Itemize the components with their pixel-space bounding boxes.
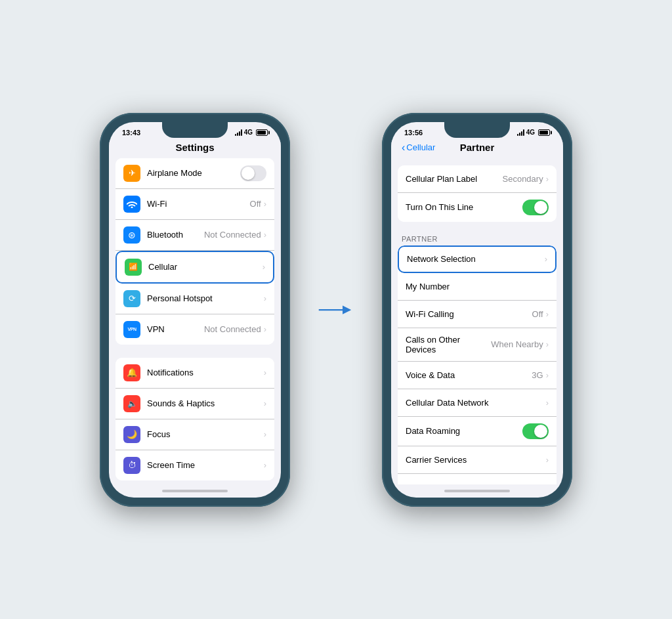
data-roaming-toggle[interactable] (522, 423, 549, 439)
row-data-roaming[interactable]: Data Roaming (398, 417, 556, 446)
plan-label-chevron: › (546, 174, 549, 184)
network-type-1: 4G (244, 129, 253, 136)
section-connectivity: ✈ Airplane Mode Wi-Fi Off › (109, 158, 281, 345)
home-indicator-1 (109, 484, 281, 498)
phone-1-screen: 13:43 4G Settings ✈ (109, 122, 281, 498)
signal-icon-1 (235, 129, 242, 136)
row-sim-pin[interactable]: SIM PIN › (398, 474, 556, 484)
cellular-label: Cellular (148, 262, 262, 272)
row-network-selection[interactable]: Network Selection › (398, 245, 556, 273)
row-plan-label[interactable]: Cellular Plan Label Secondary › (398, 165, 556, 193)
row-wifi[interactable]: Wi-Fi Off › (116, 189, 274, 220)
carrier-services-label: Carrier Services (406, 455, 546, 465)
settings-list[interactable]: ✈ Airplane Mode Wi-Fi Off › (109, 158, 281, 484)
row-airplane[interactable]: ✈ Airplane Mode (116, 158, 274, 189)
sounds-icon: 🔈 (123, 395, 140, 412)
back-button[interactable]: ‹ Cellular (402, 142, 435, 154)
signal-icon-2 (517, 129, 524, 136)
hotspot-chevron: › (264, 293, 266, 303)
focus-chevron: › (264, 429, 266, 439)
row-hotspot[interactable]: ⟳ Personal Hotspot › (116, 284, 274, 314)
airplane-toggle[interactable] (240, 165, 266, 181)
network-selection-label: Network Selection (407, 254, 545, 264)
voice-data-label: Voice & Data (406, 370, 532, 380)
bluetooth-value: Not Connected (204, 230, 261, 240)
group-partner: Network Selection › My Number Wi-Fi Call… (398, 245, 556, 484)
turn-on-line-toggle[interactable] (522, 200, 549, 215)
cellular-data-network-label: Cellular Data Network (406, 398, 546, 408)
screentime-label: Screen Time (147, 460, 264, 470)
page-title-1: Settings (119, 142, 270, 153)
wifi-calling-chevron: › (546, 309, 549, 319)
bluetooth-icon: ⊛ (123, 226, 140, 244)
row-bluetooth[interactable]: ⊛ Bluetooth Not Connected › (116, 220, 274, 251)
row-cellular[interactable]: 📶 Cellular › (116, 251, 274, 284)
notch-1 (162, 122, 228, 138)
group-top-info: Cellular Plan Label Secondary › Turn On … (398, 165, 556, 222)
plan-label-label: Cellular Plan Label (406, 174, 503, 184)
section-partner: PARTNER Network Selection › My Number Wi… (391, 235, 563, 484)
vpn-chevron: › (264, 324, 266, 334)
row-focus[interactable]: 🌙 Focus › (116, 419, 274, 450)
notifications-label: Notifications (147, 368, 264, 377)
wifi-label: Wi-Fi (147, 199, 250, 209)
voice-data-chevron: › (546, 370, 549, 380)
voice-data-value: 3G (532, 370, 543, 380)
row-calls-other[interactable]: Calls on Other Devices When Nearby › (398, 328, 556, 362)
nav-bar-2: ‹ Cellular Partner (391, 139, 563, 159)
row-turn-on-line[interactable]: Turn On This Line (398, 193, 556, 222)
row-my-number[interactable]: My Number (398, 273, 556, 301)
row-voice-data[interactable]: Voice & Data 3G › (398, 362, 556, 389)
carrier-services-chevron: › (546, 455, 549, 465)
row-carrier-services[interactable]: Carrier Services › (398, 446, 556, 474)
bluetooth-chevron: › (264, 230, 266, 240)
wifi-calling-value: Off (532, 309, 543, 319)
phone-1-frame: 13:43 4G Settings ✈ (100, 113, 290, 507)
row-vpn[interactable]: VPN VPN Not Connected › (116, 314, 274, 345)
my-number-label: My Number (406, 282, 549, 291)
row-screentime[interactable]: ⏱ Screen Time › (116, 450, 274, 480)
calls-other-label: Calls on Other Devices (406, 335, 491, 354)
hotspot-label: Personal Hotspot (147, 293, 264, 303)
group-alerts: 🔔 Notifications › 🔈 Sounds & Haptics › 🌙… (116, 358, 274, 480)
row-notifications[interactable]: 🔔 Notifications › (116, 358, 274, 389)
battery-icon-1 (256, 129, 268, 136)
phone-2-frame: 13:56 4G ‹ Cellular Partner (382, 113, 572, 507)
focus-label: Focus (147, 429, 264, 439)
status-right-1: 4G (235, 129, 268, 136)
back-chevron-icon: ‹ (402, 142, 405, 154)
arrow-container (316, 300, 356, 320)
row-cellular-data-network[interactable]: Cellular Data Network › (398, 389, 556, 417)
wifi-value: Off (250, 199, 261, 209)
data-roaming-label: Data Roaming (406, 426, 522, 436)
calls-other-chevron: › (546, 339, 549, 349)
cellular-detail-list[interactable]: Cellular Plan Label Secondary › Turn On … (391, 159, 563, 484)
vpn-icon: VPN (123, 321, 140, 338)
row-sounds[interactable]: 🔈 Sounds & Haptics › (116, 389, 274, 419)
airplane-label: Airplane Mode (147, 168, 240, 178)
network-selection-chevron: › (545, 254, 547, 264)
notifications-icon: 🔔 (123, 364, 140, 381)
section-alerts: 🔔 Notifications › 🔈 Sounds & Haptics › 🌙… (109, 358, 281, 480)
screentime-icon: ⏱ (123, 457, 140, 474)
nav-bar-1: Settings (109, 139, 281, 158)
bluetooth-label: Bluetooth (147, 230, 204, 240)
screentime-chevron: › (264, 460, 266, 470)
partner-section-header: PARTNER (391, 235, 563, 245)
notch-2 (444, 122, 510, 138)
wifi-calling-label: Wi-Fi Calling (406, 309, 532, 319)
section-top-info: Cellular Plan Label Secondary › Turn On … (391, 165, 563, 222)
sounds-chevron: › (264, 398, 266, 408)
notifications-chevron: › (264, 368, 266, 377)
hotspot-icon: ⟳ (123, 290, 140, 307)
page-title-2: Partner (460, 142, 495, 153)
cellular-icon: 📶 (125, 259, 142, 276)
vpn-value: Not Connected (204, 324, 261, 334)
row-wifi-calling[interactable]: Wi-Fi Calling Off › (398, 301, 556, 328)
time-1: 13:43 (122, 129, 140, 137)
back-label: Cellular (406, 142, 435, 152)
home-indicator-2 (391, 484, 563, 498)
turn-on-line-label: Turn On This Line (406, 202, 522, 212)
arrow-icon (316, 300, 356, 320)
wifi-icon (123, 196, 140, 213)
